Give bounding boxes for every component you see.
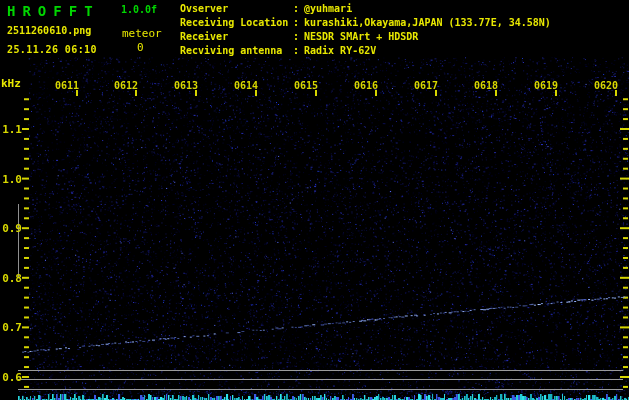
info-separator: : — [293, 2, 304, 16]
observation-datetime: 25.11.26 06:10 — [7, 44, 97, 55]
info-label: Receiver — [180, 30, 293, 44]
info-label: Recviving antenna — [180, 44, 293, 58]
info-separator: : — [293, 16, 304, 30]
y-axis-unit-label: kHz — [1, 77, 21, 90]
time-tick-label: 0614 — [234, 80, 258, 91]
info-row-0: Ovserver:@yuhmari — [180, 2, 551, 16]
freq-tick-label: 0.6 — [0, 371, 22, 384]
freq-tick-label: 0.8 — [0, 272, 22, 285]
time-tick-label: 0615 — [294, 80, 318, 91]
info-row-3: Recviving antenna:Radix RY-62V — [180, 44, 551, 58]
meteor-count-value: 0 — [137, 41, 144, 54]
reference-line — [18, 389, 623, 390]
time-tick-label: 0617 — [414, 80, 438, 91]
time-tick-label: 0613 — [174, 80, 198, 91]
info-row-1: Receiving Location:kurashiki,Okayama,JAP… — [180, 16, 551, 30]
station-info-block: Ovserver:@yuhmariReceiving Location:kura… — [180, 2, 551, 58]
app-title: HROFFT — [7, 3, 100, 19]
scale-bar — [18, 204, 19, 278]
info-label: Ovserver — [180, 2, 293, 16]
hrofft-screen: HROFFT 1.0.0f 2511260610.png meteor 0 25… — [0, 0, 629, 400]
time-tick-label: 0611 — [55, 80, 79, 91]
info-value: Radix RY-62V — [304, 45, 376, 56]
freq-tick-label: 1.0 — [0, 173, 22, 186]
spectrogram-canvas — [0, 0, 629, 400]
time-tick-label: 0616 — [354, 80, 378, 91]
info-value: @yuhmari — [304, 3, 352, 14]
info-value: kurashiki,Okayama,JAPAN (133.77E, 34.58N… — [304, 17, 551, 28]
info-separator: : — [293, 30, 304, 44]
time-tick-label: 0619 — [534, 80, 558, 91]
info-label: Receiving Location — [180, 16, 293, 30]
freq-tick-label: 0.9 — [0, 222, 22, 235]
time-tick-label: 0618 — [474, 80, 498, 91]
freq-tick-label: 1.1 — [0, 123, 22, 136]
freq-tick-label: 0.7 — [0, 321, 22, 334]
info-row-2: Receiver:NESDR SMArt + HDSDR — [180, 30, 551, 44]
info-separator: : — [293, 44, 304, 58]
reference-line — [18, 370, 623, 371]
info-value: NESDR SMArt + HDSDR — [304, 31, 418, 42]
time-tick-label: 0620 — [594, 80, 618, 91]
output-filename: 2511260610.png — [7, 25, 91, 36]
time-tick-label: 0612 — [114, 80, 138, 91]
reference-line — [18, 379, 623, 380]
app-version: 1.0.0f — [121, 4, 157, 15]
meteor-count-label: meteor — [122, 27, 162, 40]
